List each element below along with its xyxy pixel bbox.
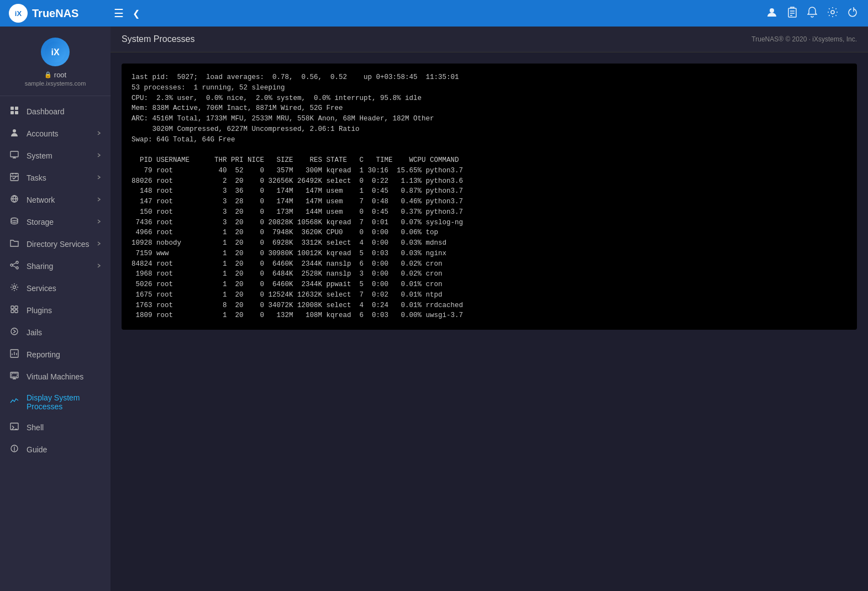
hamburger-icon[interactable]: ☰	[114, 7, 124, 20]
nav-label-services: Services	[27, 284, 102, 293]
sidebar-item-services[interactable]: Services	[0, 277, 111, 299]
logo-icon: iX	[9, 4, 28, 23]
sidebar: iX 🔒 root sample.ixsystems.com Dashboard…	[0, 27, 111, 591]
sidebar-item-virtual-machines[interactable]: Virtual Machines	[0, 366, 111, 388]
avatar: iX	[41, 38, 70, 66]
sidebar-item-tasks[interactable]: Tasks	[0, 167, 111, 189]
content-header: System Processes TrueNAS® © 2020 · iXsys…	[111, 27, 868, 52]
sidebar-item-plugins[interactable]: Plugins	[0, 299, 111, 321]
sidebar-hostname: sample.ixsystems.com	[25, 80, 86, 87]
svg-rect-30	[12, 373, 17, 377]
content-area: System Processes TrueNAS® © 2020 · iXsys…	[111, 27, 868, 591]
nav-arrow-system	[96, 152, 102, 160]
terminal-output: last pid: 5027; load averages: 0.78, 0.5…	[122, 64, 857, 330]
network-icon	[9, 194, 20, 205]
main-layout: iX 🔒 root sample.ixsystems.com Dashboard…	[0, 27, 868, 591]
nav-arrow-sharing	[96, 262, 102, 270]
sidebar-item-storage[interactable]: Storage	[0, 211, 111, 233]
nav-label-guide: Guide	[27, 445, 102, 454]
terminal-container: last pid: 5027; load averages: 0.78, 0.5…	[111, 52, 868, 591]
svg-rect-24	[15, 306, 18, 309]
display-system-processes-icon	[9, 397, 20, 408]
sidebar-item-directory-services[interactable]: Directory Services	[0, 233, 111, 255]
nav-label-system: System	[27, 151, 90, 160]
bell-icon[interactable]	[807, 7, 817, 20]
nav-label-directory-services: Directory Services	[27, 240, 90, 249]
sidebar-item-sharing[interactable]: Sharing	[0, 255, 111, 277]
svg-rect-13	[15, 111, 18, 114]
sidebar-item-guide[interactable]: Guide	[0, 439, 111, 461]
dashboard-icon	[9, 106, 20, 117]
nav-label-network: Network	[27, 196, 90, 204]
svg-rect-16	[10, 173, 18, 181]
page-title: System Processes	[122, 34, 194, 44]
nav-label-display-system-processes: Display System Processes	[27, 393, 102, 411]
brand-text: TrueNAS® © 2020 · iXsystems, Inc.	[751, 35, 857, 43]
svg-point-18	[11, 218, 18, 221]
plugins-icon	[9, 305, 20, 316]
svg-rect-12	[10, 111, 14, 114]
sidebar-item-system[interactable]: System	[0, 145, 111, 167]
nav-label-sharing: Sharing	[27, 262, 90, 271]
nav-arrow-storage	[96, 218, 102, 226]
power-icon[interactable]	[848, 7, 859, 20]
storage-icon	[9, 217, 20, 228]
nav-label-tasks: Tasks	[27, 173, 90, 182]
nav-label-reporting: Reporting	[27, 350, 102, 359]
svg-rect-26	[15, 310, 18, 313]
sidebar-item-reporting[interactable]: Reporting	[0, 344, 111, 366]
nav-label-accounts: Accounts	[27, 129, 90, 138]
nav-arrow-tasks	[96, 174, 102, 182]
guide-icon	[9, 444, 20, 455]
sidebar-nav: DashboardAccountsSystemTasksNetworkStora…	[0, 96, 111, 591]
svg-point-21	[16, 267, 18, 269]
svg-rect-31	[10, 423, 18, 430]
svg-text:iX: iX	[51, 48, 59, 57]
clipboard-icon[interactable]	[787, 7, 797, 20]
svg-rect-10	[10, 107, 14, 110]
accounts-icon	[9, 128, 20, 139]
sidebar-user: iX 🔒 root sample.ixsystems.com	[0, 27, 111, 96]
sidebar-item-display-system-processes[interactable]: Display System Processes	[0, 388, 111, 416]
svg-rect-15	[10, 151, 18, 157]
directory-services-icon	[9, 239, 20, 250]
sidebar-username: 🔒 root	[44, 71, 66, 79]
svg-point-20	[10, 264, 13, 266]
jails-icon	[9, 327, 20, 338]
nav-arrow-directory-services	[96, 240, 102, 248]
sidebar-item-network[interactable]: Network	[0, 189, 111, 211]
nav-label-virtual-machines: Virtual Machines	[27, 372, 102, 381]
nav-arrow-accounts	[96, 130, 102, 138]
svg-point-27	[11, 328, 18, 335]
topbar-actions	[766, 7, 859, 20]
sidebar-item-shell[interactable]: Shell	[0, 416, 111, 439]
sidebar-item-jails[interactable]: Jails	[0, 321, 111, 344]
nav-label-dashboard: Dashboard	[27, 107, 102, 116]
username-label: root	[54, 71, 66, 79]
nav-arrow-network	[96, 196, 102, 204]
sharing-icon	[9, 261, 20, 272]
virtual-machines-icon	[9, 371, 20, 382]
topbar: iX TrueNAS ☰ ❮	[0, 0, 868, 27]
user-icon[interactable]	[766, 7, 777, 20]
svg-point-2	[770, 8, 774, 13]
app-title: TrueNAS	[32, 7, 78, 20]
tasks-icon	[9, 172, 20, 183]
services-icon	[9, 283, 20, 294]
svg-rect-25	[11, 310, 14, 313]
svg-point-22	[13, 286, 16, 289]
chevron-left-icon[interactable]: ❮	[133, 8, 140, 19]
svg-point-7	[831, 10, 834, 14]
shell-icon	[9, 422, 20, 433]
svg-rect-11	[15, 107, 18, 110]
app-logo: iX TrueNAS	[9, 4, 114, 23]
nav-label-storage: Storage	[27, 218, 90, 226]
svg-rect-23	[11, 306, 14, 309]
svg-text:iX: iX	[15, 9, 22, 18]
settings-icon[interactable]	[827, 7, 838, 20]
svg-point-14	[13, 129, 16, 133]
sidebar-item-accounts[interactable]: Accounts	[0, 123, 111, 145]
sidebar-item-dashboard[interactable]: Dashboard	[0, 101, 111, 123]
nav-label-jails: Jails	[27, 328, 102, 337]
reporting-icon	[9, 349, 20, 360]
